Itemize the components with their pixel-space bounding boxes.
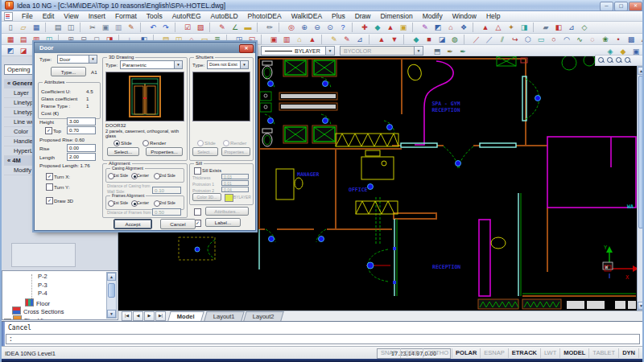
block-lib-icon[interactable]: ❀: [599, 34, 612, 45]
gradient-icon[interactable]: ◪: [436, 34, 448, 45]
canvas-scrollbar[interactable]: ▲ ▼: [637, 66, 644, 311]
status-toggle-esnap[interactable]: ESNAP: [481, 348, 508, 358]
block-icon[interactable]: ▣: [397, 22, 410, 33]
minimize-icon[interactable]: ─: [600, 2, 613, 11]
sill-exists-checkbox[interactable]: [194, 167, 201, 175]
polyline-icon[interactable]: ▬: [242, 22, 254, 33]
slide-radio[interactable]: [114, 140, 120, 146]
door-type-dropdown[interactable]: Door▼: [57, 55, 97, 64]
title-bar[interactable]: I Idea 10 NG - [C:\4M\IDEA\Top 10 reason…: [2, 0, 644, 11]
line-tool-icon[interactable]: ／: [470, 34, 483, 45]
dialog-title-bar[interactable]: Door ✕: [35, 43, 255, 53]
frames-distance-field[interactable]: 0.50: [152, 208, 181, 216]
cancel-button[interactable]: Cancel: [160, 219, 196, 229]
linetype-dropdown[interactable]: BYLAYER ▼: [261, 46, 335, 56]
color-swatch[interactable]: [225, 194, 233, 202]
status-toggle-lwt[interactable]: LWT: [541, 348, 560, 358]
tree-item-cross-sections[interactable]: Cross Sections: [2, 306, 105, 315]
status-toggle-grid[interactable]: GRID: [401, 348, 423, 358]
zoom-in-icon[interactable]: ⊕: [298, 22, 311, 33]
tab-nav-icon[interactable]: |◀: [122, 311, 132, 321]
command-input[interactable]: :: [6, 334, 640, 344]
tree-item-plan-views[interactable]: +Plan Views: [2, 315, 105, 321]
draw-3d-checkbox[interactable]: ✓: [46, 197, 53, 204]
attributes-button[interactable]: Attributes...: [205, 207, 249, 216]
chevron-down-icon[interactable]: ▼: [414, 47, 423, 55]
copy-icon[interactable]: ▣: [99, 22, 112, 33]
scroll-down-icon[interactable]: ▼: [107, 310, 116, 318]
solid-icon[interactable]: ■: [423, 34, 436, 45]
casing-distance-field[interactable]: 0.10: [152, 187, 181, 194]
status-toggle-etrack[interactable]: ETRACK: [509, 348, 541, 358]
tree-scroll-thumb[interactable]: [108, 283, 115, 298]
redline-icon[interactable]: ✎: [341, 34, 353, 45]
menu-dimension[interactable]: Dimension: [375, 11, 417, 21]
menu-insert[interactable]: Insert: [84, 11, 110, 21]
chevron-down-icon[interactable]: ▼: [325, 47, 334, 55]
text-icon[interactable]: A: [638, 34, 644, 45]
chevron-down-icon[interactable]: ▼: [240, 61, 248, 68]
slope-icon[interactable]: ⊿: [353, 34, 366, 45]
grid-red-icon[interactable]: ▦: [4, 34, 17, 45]
type-button[interactable]: Type...: [51, 67, 86, 76]
tree-scrollbar[interactable]: ▲ ▼: [106, 272, 117, 319]
tree-item-p-2[interactable]: P-2: [2, 273, 105, 282]
maximize-icon[interactable]: ▢: [614, 2, 628, 11]
menu-format[interactable]: Format: [110, 11, 142, 21]
layers-icon[interactable]: ❖: [457, 22, 470, 33]
zoom-in-icon[interactable]: [607, 57, 613, 64]
circle-icon[interactable]: ○: [547, 34, 560, 45]
pen-icon[interactable]: ✒: [444, 46, 456, 57]
canvas-scroll-thumb[interactable]: [638, 76, 644, 228]
render-mode-icon[interactable]: ◩: [4, 45, 17, 56]
down-icon[interactable]: ▼: [388, 34, 401, 45]
zoom-window-icon[interactable]: [598, 57, 605, 64]
shutters-select-button[interactable]: Select...: [192, 147, 218, 156]
mline-icon[interactable]: ⫽: [496, 34, 509, 45]
target-icon[interactable]: ◎: [285, 22, 298, 33]
length-field[interactable]: 2.00: [67, 153, 96, 161]
windows-taskbar[interactable]: [2, 359, 644, 362]
sketch-icon[interactable]: ✎: [419, 22, 431, 33]
hatch2-icon[interactable]: ▩: [625, 34, 638, 45]
tree-item-floor[interactable]: Floor: [2, 298, 105, 307]
pen-alt-icon[interactable]: ✒: [456, 46, 469, 57]
tab-model[interactable]: Model: [167, 311, 204, 321]
shutters-properties-button[interactable]: Properties...: [221, 147, 250, 156]
star-icon[interactable]: ✦: [505, 22, 518, 33]
chevron-down-icon[interactable]: ▼: [174, 61, 182, 68]
label-button[interactable]: Label...: [205, 218, 241, 227]
color-dropdown[interactable]: BYCOLOR ▼: [340, 46, 423, 56]
print-preview-icon[interactable]: ◫: [64, 22, 77, 33]
edit-icon[interactable]: ✏: [263, 22, 276, 33]
menu-draw[interactable]: Draw: [350, 11, 376, 21]
close-icon[interactable]: ✕: [629, 2, 642, 11]
menu-photoidea[interactable]: PhotoIDEA: [243, 11, 287, 21]
tab-nav-icon[interactable]: ◀: [133, 311, 143, 321]
triangle-icon[interactable]: ▲: [384, 22, 397, 33]
sill-row-field[interactable]: 0.04: [221, 187, 249, 192]
tree-item-p-3[interactable]: P-3: [2, 282, 105, 290]
menu-window[interactable]: Window: [448, 11, 481, 21]
roof-outline-icon[interactable]: △: [492, 22, 505, 33]
zoom-out-icon[interactable]: ⊖: [311, 22, 324, 33]
status-toggle-snap[interactable]: SNAP: [378, 348, 401, 358]
menu-file[interactable]: File: [17, 11, 38, 21]
drawing3d-type-dropdown[interactable]: Parametric▼: [120, 60, 183, 69]
menu-plus[interactable]: Plus: [327, 11, 350, 21]
annotate-icon[interactable]: ✎: [328, 34, 341, 45]
up-icon[interactable]: ▲: [375, 34, 388, 45]
shutters-type-dropdown[interactable]: Does not Exist▼: [207, 60, 249, 69]
arc2-icon[interactable]: ◠: [560, 34, 573, 45]
top-checkbox[interactable]: ✓: [45, 127, 52, 134]
material-icon[interactable]: ◪: [17, 45, 30, 56]
render-radio[interactable]: [142, 140, 149, 146]
sill-row-field[interactable]: 0.01: [221, 180, 249, 186]
node-icon[interactable]: ◇: [578, 22, 591, 33]
chamfer-icon[interactable]: ⊿: [565, 22, 578, 33]
turn-y-checkbox[interactable]: [46, 183, 53, 191]
cut-icon[interactable]: ✂: [86, 22, 99, 33]
region-icon[interactable]: ◍: [448, 34, 461, 45]
menu-autoreg[interactable]: AutoREG: [167, 11, 206, 21]
menu-view[interactable]: View: [59, 11, 83, 21]
